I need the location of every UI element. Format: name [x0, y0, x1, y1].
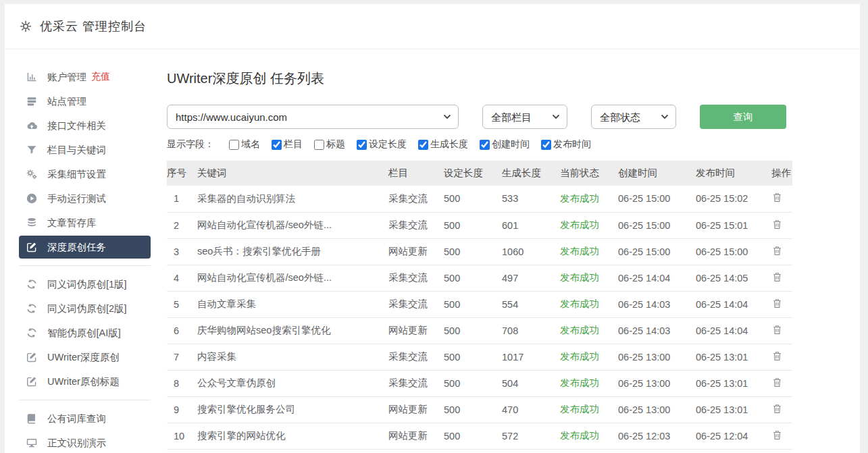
sidebar-item-label: 文章暂存库 — [47, 217, 97, 230]
status-badge: 发布成功 — [560, 265, 618, 291]
sidebar-item[interactable]: 深度原创任务 — [19, 236, 151, 259]
sidebar-item[interactable]: 智能伪原创[AI版] — [19, 321, 151, 344]
trash-icon — [771, 403, 783, 415]
search-button[interactable]: 查询 — [700, 105, 786, 129]
table-row: 1 采集器的自动识别算法 采集交流 500 533 发布成功 06-25 15:… — [167, 186, 792, 212]
delete-button[interactable] — [771, 245, 783, 257]
table-header-row: 序号关键词栏目设定长度生成长度当前状态创建时间发布时间操作 — [167, 161, 792, 186]
cell-gen-length: 708 — [502, 317, 560, 344]
field-checkbox[interactable] — [272, 140, 282, 150]
cell-category: 采集交流 — [388, 265, 444, 291]
delete-button[interactable] — [771, 403, 783, 415]
cell-set-length: 500 — [444, 186, 502, 212]
delete-button[interactable] — [771, 271, 783, 283]
task-table: 序号关键词栏目设定长度生成长度当前状态创建时间发布时间操作 1 采集器的自动识别… — [167, 161, 792, 450]
category-select[interactable]: 全部栏目 — [482, 105, 567, 129]
sidebar-item[interactable]: 文章暂存库 — [19, 211, 151, 234]
sidebar-item[interactable]: 正文识别演示 — [19, 431, 151, 452]
table-row: 10 搜索引擎的网站优化 网站更新 500 572 发布成功 06-25 12:… — [167, 423, 792, 449]
field-checkbox-item[interactable]: 标题 — [314, 138, 345, 151]
cell-actions — [771, 186, 792, 212]
recharge-link[interactable]: 充值 — [91, 71, 110, 83]
table-row: 6 庆华购物网站seo搜索引擎优化 网站更新 500 708 发布成功 06-2… — [167, 317, 792, 344]
sidebar-item[interactable]: 栏目与关键词 — [19, 138, 151, 161]
field-checkbox-item[interactable]: 创建时间 — [480, 138, 530, 151]
cell-created: 06-25 15:00 — [618, 212, 696, 238]
field-checkbox-label: 设定长度 — [369, 138, 407, 151]
sidebar-item[interactable]: 公有词库查询 — [19, 407, 151, 430]
field-checkbox[interactable] — [418, 140, 428, 150]
delete-button[interactable] — [771, 350, 783, 362]
cell-gen-length: 497 — [502, 265, 560, 291]
cell-actions — [771, 265, 792, 291]
sidebar-item-label: UWriter深度原创 — [47, 351, 120, 364]
delete-button[interactable] — [771, 192, 783, 203]
edit-icon — [26, 241, 38, 253]
cell-keyword: 公众号文章伪原创 — [197, 370, 388, 396]
column-header: 创建时间 — [618, 161, 696, 186]
sidebar: 账户管理 充值 站点管理 接口文件相关 — [5, 49, 167, 452]
cell-created: 06-25 15:00 — [618, 238, 696, 265]
cell-index: 7 — [167, 344, 197, 370]
cell-created: 06-25 14:04 — [618, 265, 696, 291]
delete-button[interactable] — [771, 298, 783, 309]
sidebar-item[interactable]: 同义词伪原创[1版] — [19, 273, 151, 296]
field-checkbox[interactable] — [229, 140, 239, 150]
cell-set-length: 500 — [444, 265, 502, 291]
sidebar-item[interactable]: 手动运行测试 — [19, 187, 151, 210]
cell-index: 10 — [167, 423, 197, 449]
table-row: 2 网站自动化宣传机器/seo外链... 采集交流 500 601 发布成功 0… — [167, 212, 792, 238]
cell-published: 06-25 12:04 — [696, 423, 771, 449]
cell-published: 06-25 15:00 — [696, 238, 771, 265]
site-url-select[interactable]: https://www.ucaiyun.com — [167, 105, 459, 129]
sidebar-item[interactable]: 接口文件相关 — [19, 114, 151, 137]
sidebar-item-label: 深度原创任务 — [47, 241, 106, 254]
field-checkbox[interactable] — [480, 140, 490, 150]
field-checkbox-item[interactable]: 生成长度 — [418, 138, 468, 151]
sidebar-item[interactable]: 同义词伪原创[2版] — [19, 297, 151, 320]
cell-created: 06-25 14:03 — [618, 317, 696, 344]
field-checkbox-item[interactable]: 设定长度 — [357, 138, 407, 151]
cell-gen-length: 533 — [502, 186, 560, 212]
sidebar-item[interactable]: 账户管理 充值 — [19, 65, 151, 88]
cell-gen-length: 1017 — [502, 344, 560, 370]
delete-button[interactable] — [771, 429, 783, 441]
delete-button[interactable] — [771, 377, 783, 388]
column-header: 栏目 — [388, 161, 444, 186]
field-checkbox[interactable] — [357, 140, 367, 150]
sidebar-item[interactable]: UWriter原创标题 — [19, 370, 151, 393]
delete-button[interactable] — [771, 324, 783, 336]
field-checkbox[interactable] — [314, 140, 324, 150]
trash-icon — [771, 298, 783, 309]
sidebar-item-label: 正文识别演示 — [47, 437, 106, 450]
table-row: 3 seo兵书：搜索引擎优化手册 网站更新 500 1060 发布成功 06-2… — [167, 238, 792, 265]
cell-created: 06-25 12:03 — [618, 423, 696, 449]
cell-keyword: 庆华购物网站seo搜索引擎优化 — [197, 317, 388, 344]
field-checkbox-item[interactable]: 发布时间 — [541, 138, 591, 151]
sidebar-item[interactable]: UWriter深度原创 — [19, 346, 151, 369]
page-title: UWriter深度原创 任务列表 — [167, 70, 860, 88]
gear-icon — [19, 20, 32, 33]
field-checkbox-item[interactable]: 栏目 — [272, 138, 303, 151]
sidebar-item[interactable]: 站点管理 — [19, 90, 151, 113]
cell-keyword: 自动文章采集 — [197, 291, 388, 317]
field-checkbox-label: 生成长度 — [430, 138, 468, 151]
trash-icon — [771, 429, 783, 441]
cell-index: 8 — [167, 370, 197, 396]
cell-index: 2 — [167, 212, 197, 238]
sidebar-item[interactable]: 采集细节设置 — [19, 163, 151, 186]
field-checkbox[interactable] — [541, 140, 551, 150]
cell-index: 6 — [167, 317, 197, 344]
cell-keyword: 采集器的自动识别算法 — [197, 186, 388, 212]
cell-gen-length: 572 — [502, 423, 560, 449]
sidebar-item-label: 站点管理 — [47, 95, 86, 108]
sidebar-item-label: 接口文件相关 — [47, 119, 106, 132]
cell-published: 06-25 13:01 — [696, 344, 771, 370]
delete-button[interactable] — [771, 219, 783, 230]
status-badge: 发布成功 — [560, 238, 618, 265]
status-select[interactable]: 全部状态 — [591, 105, 676, 129]
cell-set-length: 500 — [444, 423, 502, 449]
field-checkbox-item[interactable]: 域名 — [229, 138, 260, 151]
filter-bar: https://www.ucaiyun.com 全部栏目 全部状态 查 — [167, 105, 860, 129]
trash-icon — [771, 192, 783, 203]
